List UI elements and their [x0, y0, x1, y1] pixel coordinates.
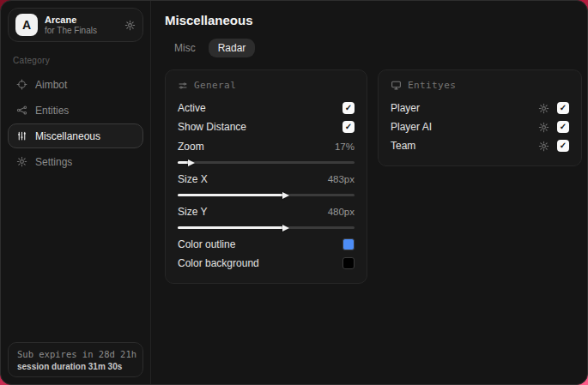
color-outline-row: Color outline: [178, 235, 355, 254]
player-ai-checkbox[interactable]: [557, 121, 569, 133]
session-duration-text: session duration 31m 30s: [17, 362, 134, 371]
tab-bar: Misc Radar: [165, 39, 582, 57]
gear-icon: [16, 156, 27, 167]
subscription-card: Sub expires in 28d 21h session duration …: [8, 342, 143, 377]
size-y-slider-group: Size Y 480px: [178, 202, 355, 229]
entity-row-player: Player: [391, 99, 569, 117]
tab-misc[interactable]: Misc: [165, 39, 205, 57]
monitor-icon: [391, 80, 402, 91]
player-ai-settings-gear-icon[interactable]: [538, 122, 549, 133]
player-settings-gear-icon[interactable]: [538, 103, 549, 114]
app-logo: A: [15, 14, 38, 36]
sidebar-item-miscellaneous[interactable]: Miscellaneous: [8, 123, 143, 148]
tab-radar[interactable]: Radar: [209, 39, 256, 57]
zoom-slider-thumb[interactable]: [188, 159, 195, 166]
sidebar: A Arcane for The Finals Category: [1, 1, 151, 384]
size-x-slider[interactable]: [178, 194, 355, 196]
entities-panel: Entityes Player P: [378, 69, 582, 166]
size-x-slider-thumb[interactable]: [282, 192, 289, 199]
sliders-icon: [178, 81, 188, 91]
logo-card: A Arcane for The Finals: [8, 8, 143, 42]
sub-expires-text: Sub expires in 28d 21h: [17, 349, 134, 359]
panel-title: Entityes: [408, 80, 456, 91]
category-label: Category: [13, 56, 138, 65]
color-background-row: Color background: [178, 254, 355, 273]
page-title: Miscellaneous: [165, 13, 582, 27]
toggle-row-show-distance: Show Distance: [178, 117, 355, 136]
team-checkbox[interactable]: [557, 140, 569, 152]
settings-gear-icon[interactable]: [124, 20, 136, 31]
zoom-value: 17%: [335, 141, 355, 152]
sidebar-item-label: Entities: [35, 105, 69, 117]
sidebar-item-label: Miscellaneous: [35, 130, 100, 142]
show-distance-checkbox[interactable]: [342, 121, 355, 133]
app-subtitle: for The Finals: [45, 26, 118, 36]
sidebar-item-entities[interactable]: Entities: [8, 98, 143, 123]
entity-row-player-ai: Player AI: [391, 117, 569, 136]
size-x-value: 483px: [328, 174, 355, 184]
crosshair-icon: [16, 79, 27, 90]
team-settings-gear-icon[interactable]: [538, 141, 549, 152]
entities-icon: [16, 105, 27, 116]
entity-row-team: Team: [391, 136, 569, 155]
sidebar-item-label: Settings: [35, 156, 72, 168]
sidebar-item-aimbot[interactable]: Aimbot: [8, 72, 143, 97]
app-window: A Arcane for The Finals Category: [0, 0, 588, 385]
general-panel: General Active Show Distance Zoom 17%: [165, 69, 367, 284]
size-y-value: 480px: [328, 207, 355, 217]
zoom-slider-group: Zoom 17%: [178, 137, 355, 164]
size-x-slider-group: Size X 483px: [178, 170, 355, 196]
main-content: Miscellaneous Misc Radar General: [151, 1, 588, 384]
sidebar-item-settings[interactable]: Settings: [8, 149, 143, 174]
size-y-slider-thumb[interactable]: [282, 225, 289, 232]
sidebar-nav: Aimbot Entities: [1, 72, 150, 174]
size-y-slider[interactable]: [178, 226, 355, 229]
toggle-row-active: Active: [178, 99, 355, 117]
color-outline-swatch[interactable]: [342, 238, 355, 250]
color-background-swatch[interactable]: [342, 257, 355, 269]
sidebar-item-label: Aimbot: [35, 79, 67, 91]
equalizer-icon: [16, 130, 27, 141]
player-checkbox[interactable]: [557, 102, 569, 114]
active-checkbox[interactable]: [342, 102, 355, 114]
zoom-slider[interactable]: [178, 161, 355, 164]
panel-title: General: [194, 80, 236, 91]
app-name: Arcane: [45, 15, 118, 26]
